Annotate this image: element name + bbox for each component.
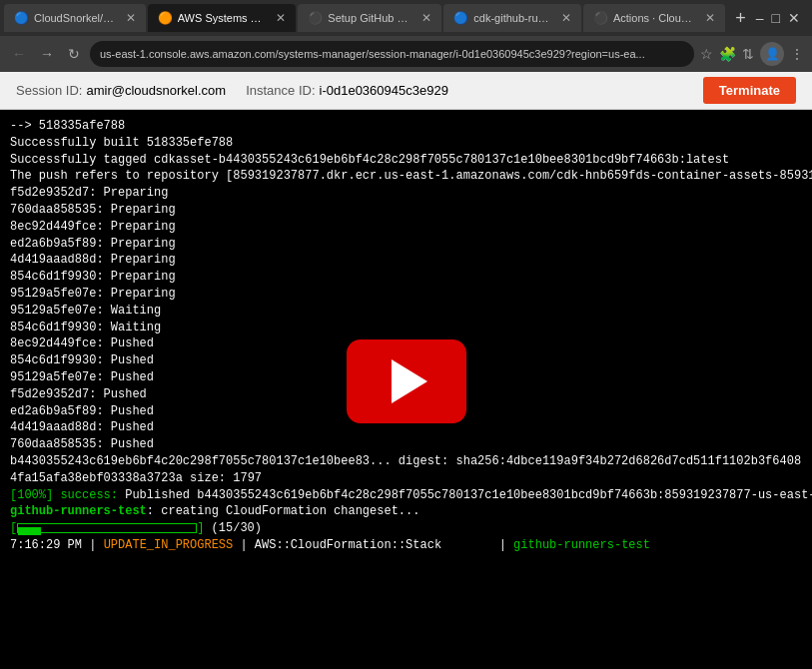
tab-close-button[interactable]: ✕ <box>421 11 431 25</box>
terminal-line: 95129a5fe07e: Preparing <box>10 286 802 303</box>
youtube-overlay[interactable] <box>347 341 466 421</box>
terminal-line: f5d2e9352d7: Preparing <box>10 185 802 202</box>
terminal-line: 760daa858535: Pushed <box>10 436 802 453</box>
browser-chrome: 🔵 CloudSnorkel/cd... ✕ 🟠 AWS Systems Ma.… <box>0 0 812 72</box>
tab-favicon: 🔵 <box>14 11 28 25</box>
tab-close-button[interactable]: ✕ <box>705 11 715 25</box>
window-controls: – □ ✕ <box>756 10 808 26</box>
terminal-line: [100%] success: Published b4430355243c61… <box>10 487 802 504</box>
terminal-line: 4fa15afa38ebf03338a3723a size: 1797 <box>10 470 802 487</box>
tab-label: cdk-github-runn... <box>473 12 551 24</box>
tab-favicon: 🟠 <box>158 11 172 25</box>
terminal-line: 760daa858535: Preparing <box>10 202 802 219</box>
sync-icon[interactable]: ⇅ <box>742 46 754 62</box>
browser-tab-tab2[interactable]: 🟠 AWS Systems Ma... ✕ <box>148 4 297 32</box>
tab-favicon: 🔵 <box>453 11 467 25</box>
tab-label: CloudSnorkel/cd... <box>34 12 116 24</box>
terminal-line: 7:16:29 PM | UPDATE_IN_PROGRESS | AWS::C… <box>10 537 802 554</box>
browser-tab-tab3[interactable]: ⚫ Setup GitHub Ru... ✕ <box>298 4 441 32</box>
session-id-label: Session ID: <box>16 83 82 98</box>
tab-favicon: ⚫ <box>593 11 607 25</box>
terminal-line: 95129a5fe07e: Waiting <box>10 303 802 320</box>
toolbar-right: ☆ 🧩 ⇅ 👤 ⋮ <box>700 42 804 66</box>
menu-icon[interactable]: ⋮ <box>790 46 804 62</box>
play-icon <box>392 359 427 403</box>
terminal-line: 4d419aaad88d: Preparing <box>10 252 802 269</box>
bookmark-icon[interactable]: ☆ <box>700 46 713 62</box>
terminal: --> 518335afe788Successfully built 51833… <box>0 110 812 669</box>
toolbar: ← → ↻ us-east-1.console.aws.amazon.com/s… <box>0 36 812 72</box>
instance-id-info: Instance ID: i-0d1e0360945c3e929 <box>246 83 448 98</box>
browser-tab-tab4[interactable]: 🔵 cdk-github-runn... ✕ <box>443 4 581 32</box>
terminal-line: The push refers to repository [859319237… <box>10 168 802 185</box>
tab-bar: 🔵 CloudSnorkel/cd... ✕ 🟠 AWS Systems Ma.… <box>0 0 812 36</box>
tab-label: Actions · CloudS... <box>613 12 695 24</box>
terminal-line: Successfully built 518335efe788 <box>10 135 802 152</box>
tab-label: Setup GitHub Ru... <box>328 12 411 24</box>
terminal-line: ed2a6b9a5f89: Preparing <box>10 236 802 253</box>
address-bar[interactable]: us-east-1.console.aws.amazon.com/systems… <box>90 41 694 67</box>
new-tab-button[interactable]: + <box>727 8 754 29</box>
tab-close-button[interactable]: ✕ <box>561 11 571 25</box>
terminal-line: 854c6d1f9930: Preparing <box>10 269 802 286</box>
tab-close-button[interactable]: ✕ <box>126 11 136 25</box>
browser-tab-tab5[interactable]: ⚫ Actions · CloudS... ✕ <box>583 4 725 32</box>
instance-id-label: Instance ID: <box>246 83 315 98</box>
maximize-button[interactable]: □ <box>772 10 780 26</box>
terminal-line: Successfully tagged cdkasset-b4430355243… <box>10 152 802 169</box>
tab-close-button[interactable]: ✕ <box>276 11 286 25</box>
terminal-line: b4430355243c619eb6bf4c20c298f7055c780137… <box>10 453 802 470</box>
terminal-line: --> 518335afe788 <box>10 118 802 135</box>
close-button[interactable]: ✕ <box>788 10 800 26</box>
terminal-line: github-runners-test: creating CloudForma… <box>10 503 802 520</box>
terminal-line: 8ec92d449fce: Preparing <box>10 219 802 236</box>
session-header: Session ID: amir@cloudsnorkel.com Instan… <box>0 72 812 110</box>
reload-button[interactable]: ↻ <box>64 44 84 64</box>
minimize-button[interactable]: – <box>756 10 764 26</box>
address-text: us-east-1.console.aws.amazon.com/systems… <box>100 48 645 60</box>
instance-id-value: i-0d1e0360945c3e929 <box>320 83 448 98</box>
tab-favicon: ⚫ <box>308 11 322 25</box>
terminate-button[interactable]: Terminate <box>703 77 796 104</box>
browser-tab-tab1[interactable]: 🔵 CloudSnorkel/cd... ✕ <box>4 4 146 32</box>
tab-label: AWS Systems Ma... <box>178 12 267 24</box>
forward-button[interactable]: → <box>36 44 58 64</box>
session-id-info: Session ID: amir@cloudsnorkel.com <box>16 83 226 98</box>
terminal-line: [] (15/30) <box>10 520 802 537</box>
terminal-line: 854c6d1f9930: Waiting <box>10 320 802 336</box>
back-button[interactable]: ← <box>8 44 30 64</box>
youtube-play-button[interactable] <box>347 339 466 423</box>
profile-avatar[interactable]: 👤 <box>760 42 784 66</box>
session-id-value: amir@cloudsnorkel.com <box>86 83 226 98</box>
extensions-icon[interactable]: 🧩 <box>719 46 736 62</box>
